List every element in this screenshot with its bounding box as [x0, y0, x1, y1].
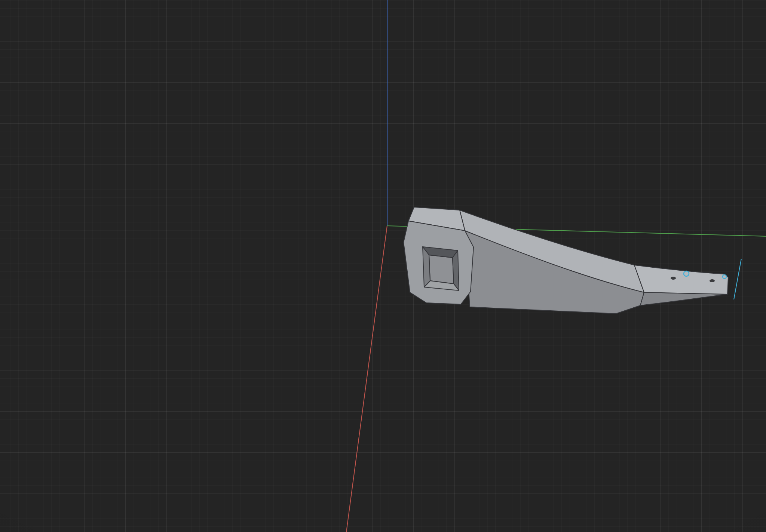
- hole-back-face[interactable]: [429, 255, 454, 284]
- model-tip-landing-face[interactable]: [634, 265, 728, 294]
- tip-hole-left[interactable]: [671, 277, 676, 280]
- x-axis-line: [346, 226, 387, 532]
- model-wedge-bracket[interactable]: [404, 207, 728, 314]
- model-hole[interactable]: [423, 247, 459, 290]
- 3d-viewport[interactable]: [0, 0, 766, 532]
- tip-hole-right[interactable]: [710, 279, 715, 282]
- selected-edge-highlight[interactable]: [734, 259, 741, 299]
- scene-canvas[interactable]: [0, 0, 766, 532]
- model-under-tip-face[interactable]: [640, 292, 727, 305]
